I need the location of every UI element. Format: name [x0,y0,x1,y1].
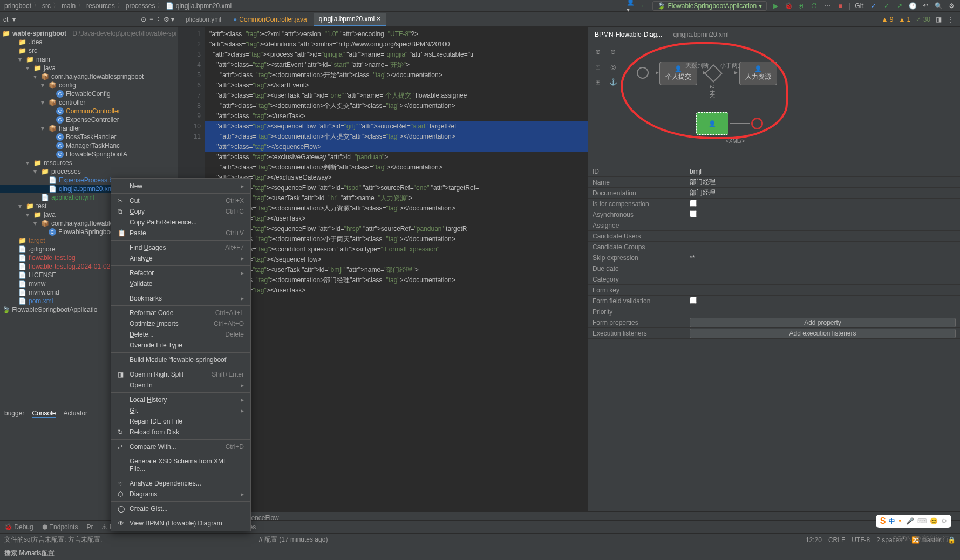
split-icon[interactable]: ◨ [936,16,942,23]
close-icon[interactable]: × [377,15,380,23]
tree-item[interactable]: C FlowableSpringbootA [0,150,178,159]
breadcrumb-item[interactable]: processes [126,2,155,10]
property-button[interactable]: Add property [690,318,956,327]
menu-item[interactable]: Bookmarks ▸ [111,293,250,304]
tree-item[interactable]: ▾📁 main [0,55,178,64]
git-history-icon[interactable]: 🕐 [908,2,917,10]
tree-item[interactable]: ▾📦 handler [0,124,178,133]
file-encoding[interactable]: UTF-8 [852,536,870,544]
property-value[interactable]: 部门经理 [685,187,960,199]
menu-item[interactable]: Validate [111,278,250,289]
more-icon[interactable]: ⋮ [947,16,954,23]
property-checkbox[interactable] [690,297,697,304]
property-checkbox[interactable] [690,210,697,217]
fit-icon[interactable]: ⊡ [591,60,604,73]
property-value[interactable] [685,268,960,270]
breadcrumb-item[interactable]: pringboot [4,2,31,10]
property-value[interactable] [685,246,960,248]
run-config[interactable]: 🍃 FlowableSpringbootApplication ▾ [652,1,767,11]
menu-item[interactable]: Delete...Delete [111,329,250,340]
user-task-node[interactable]: 👤人力资源 [739,62,777,85]
git-commit-icon[interactable]: ✓ [882,2,891,10]
property-value[interactable] [685,311,960,313]
menu-item[interactable]: ⧉CopyCtrl+C [111,206,250,217]
zoom-in-icon[interactable]: ⊕ [591,45,604,58]
end-event-node[interactable] [751,118,763,129]
anchor-icon[interactable]: ⚓ [607,76,619,88]
menu-item[interactable]: ⚛Analyze Dependencies... [111,478,250,489]
menu-item[interactable]: Git ▸ [111,405,250,416]
select-opened-icon[interactable]: ⊙ [141,16,146,23]
tree-item[interactable]: C CommonController [0,107,178,115]
tree-item[interactable]: ▾📁 processes [0,167,178,176]
tree-item[interactable]: ▾📁 resources [0,159,178,167]
menu-item[interactable]: Refactor ▸ [111,268,250,278]
property-value[interactable] [685,224,960,227]
menu-item[interactable]: Generate XSD Schema from XML File... [111,456,250,474]
menu-item[interactable]: Override File Type [111,340,250,351]
right-panel-tab[interactable]: BPMN-Flowable-Diag... [593,29,664,40]
git-rollback-icon[interactable]: ↶ [921,2,930,10]
breadcrumb-item[interactable]: 📄 qingjia.bpmn20.xml [166,2,232,10]
tree-item[interactable]: ▾📁 java [0,64,178,72]
menu-item[interactable]: Repair IDE on File [111,416,250,427]
bottom-tab[interactable]: 🐞 Debug [4,523,33,531]
property-value[interactable] [685,278,960,281]
collapse-icon[interactable]: ÷ [156,16,160,23]
breadcrumb-item[interactable]: resources [86,2,115,10]
grid-icon[interactable]: ⊞ [591,76,604,88]
coverage-icon[interactable]: ⛨ [797,2,806,10]
caret-position[interactable]: 12:20 [806,536,822,544]
typos-badge[interactable]: ✓ 30 [916,16,930,23]
tree-item[interactable]: 📁 .idea [0,38,178,46]
tree-item[interactable]: C FlowableConfig [0,90,178,98]
menu-item[interactable]: Copy Path/Reference... [111,217,250,228]
property-value[interactable] [685,289,960,291]
zoom-out-icon[interactable]: ⊖ [607,45,619,58]
search-icon[interactable]: 🔍 [934,2,943,10]
menu-item[interactable]: 📋PasteCtrl+V [111,228,250,238]
user-icon[interactable]: 👤▾ [627,2,635,10]
stop-icon[interactable]: ■ [836,2,845,10]
bottom-tab[interactable]: Pr [86,523,93,531]
profile-icon[interactable]: ⏱ [810,2,819,10]
tree-item[interactable]: C ManagerTaskHanc [0,141,178,150]
tree-item[interactable]: C BossTaskHandler [0,133,178,141]
property-value[interactable]: 部门经理 [685,176,960,188]
menu-item[interactable]: ↻Reload from Disk [111,427,250,438]
property-value[interactable]: ** [685,253,960,263]
selected-task-node[interactable]: 👤 [696,112,728,135]
menu-item[interactable]: Reformat CodeCtrl+Alt+L [111,308,250,318]
breadcrumb-item[interactable]: main [62,2,76,10]
menu-item[interactable]: Optimize ImportsCtrl+Alt+O [111,318,250,329]
warnings-badge[interactable]: ▲ 9 [881,16,893,23]
property-checkbox[interactable] [690,200,697,207]
settings-icon[interactable]: ⚙ [947,2,956,10]
menu-item[interactable]: ◯Create Gist... [111,503,250,514]
breadcrumb-item[interactable]: src [42,2,51,10]
expand-icon[interactable]: ≡ [149,16,153,23]
line-separator[interactable]: CRLF [828,536,845,544]
menu-item[interactable]: Local History ▸ [111,394,250,405]
property-button[interactable]: Add execution listeners [690,329,956,338]
tree-item[interactable]: ▾📦 controller [0,98,178,107]
ime-toolbar[interactable]: S 中•,🎤⌨😊⚙ [876,515,951,528]
menu-item[interactable]: Open In ▸ [111,380,250,391]
tree-item[interactable]: C ExpenseController [0,115,178,124]
git-push-icon[interactable]: ↗ [895,2,904,10]
back-icon[interactable]: ← [639,2,648,10]
editor-tab[interactable]: plication.yml [180,13,227,25]
tree-item[interactable]: ▾📦 config [0,81,178,90]
editor-tab[interactable]: qingjia.bpmn20.xml × [314,13,386,26]
menu-item[interactable]: Build Module 'flowable-springboot' [111,354,250,365]
editor-tab[interactable]: ● CommonController.java [228,13,312,25]
debug-icon[interactable]: 🐞 [784,2,793,10]
actual-icon[interactable]: ◎ [607,60,619,73]
menu-item[interactable]: Find UsagesAlt+F7 [111,242,250,253]
tree-item[interactable]: ▾📦 com.haiyang.flowablespringboot [0,72,178,81]
git-update-icon[interactable]: ✓ [869,2,878,10]
tree-item[interactable]: 📁 src [0,46,178,55]
bottom-tab[interactable]: ⬢ Endpoints [42,523,78,531]
menu-item[interactable]: ✂CutCtrl+X [111,195,250,206]
debugger-tab[interactable]: bugger [4,409,24,418]
